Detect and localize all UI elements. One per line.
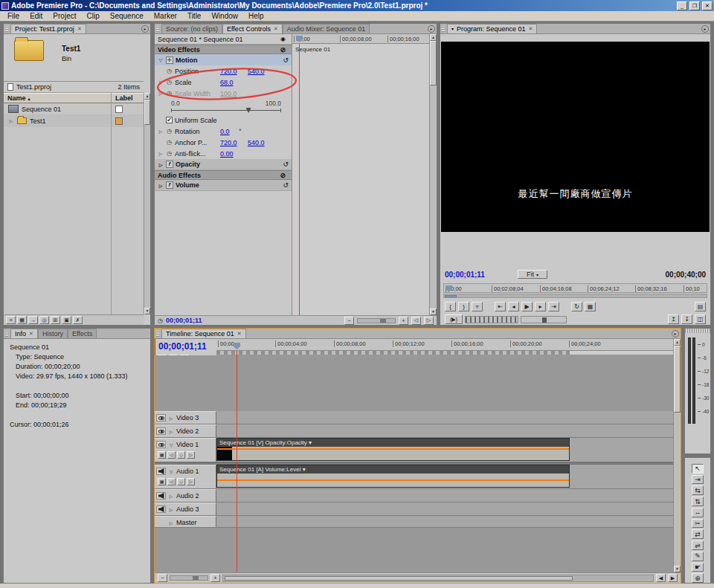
zoom-tool[interactable]: ⊕ — [692, 573, 704, 583]
tab-program[interactable]: ▾ Program: Sequence 01 ✕ — [447, 24, 537, 33]
slide-tool[interactable]: ⇌ — [692, 540, 704, 550]
menu-window[interactable]: Window — [206, 12, 243, 20]
next-keyframe-button[interactable]: ▷ — [187, 478, 195, 485]
toggle-track-output[interactable] — [156, 441, 166, 448]
new-item-button[interactable]: ▣ — [62, 316, 71, 324]
track-lane-video3[interactable] — [216, 411, 673, 424]
expander-icon[interactable]: ▽ — [168, 469, 174, 474]
export-frame-button[interactable]: ◫ — [695, 314, 706, 324]
expander-icon[interactable]: ▷ — [168, 507, 174, 512]
rate-stretch-tool[interactable]: ↔ — [692, 508, 704, 517]
close-button[interactable]: ✕ — [702, 1, 713, 10]
reset-icon[interactable]: ↺ — [283, 56, 289, 64]
loop-button[interactable]: ↻ — [571, 302, 582, 311]
column-name[interactable]: Name — [4, 94, 26, 102]
next-keyframe-button[interactable]: ▷ — [424, 317, 434, 325]
program-current-timecode[interactable]: 00;00;01;11 — [445, 271, 485, 279]
track-lane-audio1[interactable]: Sequence 01 [A] Volume:Level ▾ — [216, 465, 673, 489]
previous-keyframe-button[interactable]: ◁ — [411, 317, 421, 325]
tab-info[interactable]: Info ✕ — [10, 329, 38, 338]
expander-icon[interactable]: ▷ — [168, 416, 174, 421]
menu-edit[interactable]: Edit — [25, 12, 48, 20]
expander-icon[interactable]: ▷ — [168, 429, 174, 434]
step-forward-button[interactable]: ▸ — [535, 302, 546, 311]
panel-grip[interactable] — [685, 329, 710, 333]
close-tab-icon[interactable]: ✕ — [529, 25, 533, 33]
work-area-segment[interactable] — [216, 351, 570, 355]
anchor-y-value[interactable]: 540.0 — [248, 139, 273, 146]
position-y-value[interactable]: 540.0 — [248, 68, 273, 75]
track-lane-master[interactable] — [216, 516, 673, 528]
effect-controls-vertical-scrollbar[interactable]: ▲ ▼ — [429, 34, 437, 315]
toggle-track-output[interactable] — [156, 427, 166, 435]
timeline-current-timecode[interactable]: 00;00;01;11 — [158, 341, 207, 352]
zoom-slider-thumb[interactable] — [380, 319, 386, 323]
tab-history[interactable]: History — [38, 329, 68, 338]
set-in-point-button[interactable]: { — [445, 302, 456, 311]
close-tab-icon[interactable]: ✕ — [29, 329, 33, 338]
expander-icon[interactable]: ▷ — [8, 118, 14, 123]
toggle-timeline-view-icon[interactable]: ◉ — [280, 36, 286, 42]
timeline-vertical-scrollbar[interactable]: ▲ ▼ — [673, 339, 681, 572]
slip-tool[interactable]: ⇄ — [692, 529, 704, 539]
effect-controls-mini-timeline[interactable]: 00;00 00;00;08;00 00;00;16;00 Sequence 0… — [292, 34, 429, 315]
scroll-up-icon[interactable]: ▲ — [674, 339, 681, 346]
audio-clip[interactable]: Sequence 01 [A] Volume:Level ▾ — [216, 465, 570, 488]
effect-controls-timecode[interactable]: 00;00;01;11 — [166, 317, 202, 324]
timeline-horizontal-scrollbar[interactable] — [222, 575, 654, 582]
label-color-chip[interactable] — [115, 106, 123, 113]
column-label[interactable]: Label — [115, 94, 133, 102]
scrollbar-thumb[interactable] — [225, 576, 573, 581]
lift-button[interactable]: ↥ — [668, 314, 679, 324]
tab-project[interactable]: Project: Test1.prproj ✕ — [10, 24, 86, 33]
track-lane-video1[interactable]: Sequence 01 [V] Opacity:Opacity ▾ — [216, 438, 673, 462]
opacity-effect-row[interactable]: ▷ f Opacity ↺ — [155, 159, 292, 170]
track-header-video3[interactable]: ▷ Video 3 — [155, 411, 216, 424]
antiflicker-value[interactable]: 0.00 — [220, 150, 245, 158]
toggle-animation-stopwatch-icon[interactable]: ◷ — [166, 128, 173, 135]
video-clip-body[interactable] — [217, 447, 569, 460]
panel-menu-button[interactable]: ▸ — [701, 25, 709, 33]
expander-icon[interactable]: ▷ — [158, 151, 164, 156]
expander-icon[interactable]: ▽ — [168, 442, 174, 448]
tab-timeline[interactable]: Timeline: Sequence 01 ✕ — [161, 329, 246, 338]
track-lane-video2[interactable] — [216, 424, 673, 438]
scale-slider[interactable] — [171, 108, 281, 114]
reset-icon[interactable]: ↺ — [283, 161, 289, 168]
volume-rubber-band[interactable] — [217, 479, 569, 481]
go-to-out-button[interactable]: ⇥ — [548, 302, 559, 311]
restore-button[interactable]: ❐ — [689, 1, 700, 10]
previous-keyframe-button[interactable]: ◁ — [167, 478, 176, 485]
track-lane-audio3[interactable] — [216, 503, 673, 516]
scrollbar-thumb[interactable] — [144, 100, 150, 125]
zoom-out-button[interactable]: − — [344, 317, 354, 325]
icon-view-button[interactable]: ▦ — [17, 316, 27, 324]
previous-keyframe-button[interactable]: ◁ — [167, 451, 176, 459]
expander-icon[interactable]: ▽ — [158, 80, 164, 85]
step-back-button[interactable]: ◂ — [508, 302, 519, 311]
scrollbar-thumb[interactable] — [430, 41, 437, 85]
expander-icon[interactable]: ▷ — [168, 494, 174, 499]
track-header-audio1[interactable]: ▽ Audio 1 ▦ ◁ ◇ ▷ — [155, 465, 216, 489]
program-view-area-bar[interactable] — [443, 294, 707, 298]
zoom-slider[interactable] — [170, 575, 208, 581]
track-select-tool[interactable]: ⇥ — [692, 475, 704, 485]
motion-effect-row[interactable]: ▽ ✛ Motion ↺ — [155, 54, 292, 65]
volume-effect-row[interactable]: ▷ f Volume ↺ — [155, 180, 292, 191]
track-header-audio2[interactable]: ▷ Audio 2 — [155, 489, 216, 503]
bypass-icon[interactable]: ⊘ — [280, 172, 286, 179]
go-to-in-button[interactable]: ⇤ — [495, 302, 506, 311]
zoom-slider-thumb[interactable] — [193, 576, 199, 580]
menu-file[interactable]: File — [2, 12, 25, 20]
set-marker-button[interactable]: ▿ — [472, 302, 483, 311]
video-clip[interactable]: Sequence 01 [V] Opacity:Opacity ▾ — [216, 438, 570, 461]
close-tab-icon[interactable]: ✕ — [237, 329, 242, 338]
menu-sequence[interactable]: Sequence — [105, 12, 149, 20]
toggle-animation-stopwatch-icon[interactable]: ◷ — [166, 68, 173, 74]
list-item-sequence[interactable]: Sequence 01 — [4, 103, 144, 115]
scroll-down-icon[interactable]: ▼ — [144, 308, 150, 314]
pen-tool[interactable]: ✎ — [692, 552, 704, 561]
toggle-track-output[interactable] — [156, 492, 166, 500]
scroll-up-icon[interactable]: ▲ — [430, 34, 437, 41]
scroll-right-button[interactable]: ▶ — [668, 574, 678, 582]
